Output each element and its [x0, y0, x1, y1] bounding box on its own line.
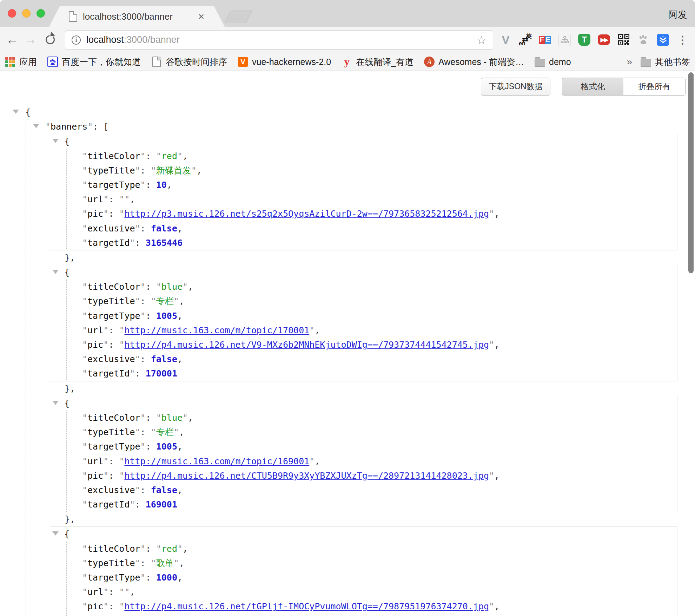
array-item-box: {"titleColor": "blue","typeTitle": "专栏",… — [50, 396, 677, 512]
collapse-triangle-icon[interactable] — [52, 531, 59, 536]
url-host: localhost — [86, 34, 124, 45]
profile-name[interactable]: 阿发 — [668, 8, 687, 21]
new-tab-button[interactable] — [224, 11, 252, 23]
tab-close-icon[interactable]: × — [198, 11, 204, 22]
json-field-line: "typeTitle": "专栏", — [67, 294, 677, 308]
page-icon — [151, 57, 162, 67]
vue-icon: V — [238, 57, 248, 67]
json-field-line: "exclusive": false, — [67, 483, 677, 497]
bookmark-label: 谷歌按时间排序 — [166, 56, 227, 68]
bookmark-label: 应用 — [19, 56, 37, 68]
json-object-close: }, — [46, 512, 695, 526]
translate-extension-icon[interactable]: 英en⇄ — [519, 34, 531, 46]
json-field-line: "titleColor": "blue", — [67, 411, 677, 425]
collapse-triangle-icon[interactable] — [52, 270, 59, 274]
bookmark-item[interactable]: Vvue-hackernews-2.0 — [238, 57, 331, 67]
close-window-button[interactable] — [8, 9, 16, 18]
json-field-line: "targetType": 10, — [67, 178, 677, 192]
reload-button[interactable] — [42, 32, 58, 48]
json-field-line: "pic": "http://p4.music.126.net/CTU5B9R9… — [67, 468, 677, 483]
page-actions: 下载JSON数据 格式化 折叠所有 — [0, 78, 695, 96]
browser-toolbar: ← → i localhost:3000/banner ☆ V英en⇄FET▶▶… — [0, 27, 695, 53]
format-button[interactable]: 格式化 — [562, 78, 624, 96]
t-shield-extension-icon[interactable]: T — [578, 34, 590, 46]
other-bookmarks-label: 其他书签 — [655, 56, 690, 68]
bookmark-label: Awesomes - 前端资… — [438, 56, 524, 68]
json-field-line: "typeTitle": "歌单", — [67, 556, 677, 570]
bookmark-item[interactable]: 应用 — [5, 56, 37, 68]
bookmark-label: vue-hackernews-2.0 — [252, 57, 331, 67]
bookmark-item[interactable]: demo — [535, 57, 571, 67]
forward-button[interactable]: → — [22, 32, 39, 48]
json-field-line: "typeTitle": "新碟首发", — [67, 163, 677, 178]
bookmark-label: demo — [549, 57, 571, 67]
bookmarks-bar: 应用百度一下，你就知道谷歌按时间排序Vvue-hackernews-2.0y在线… — [0, 53, 695, 71]
bookmarks-items: 应用百度一下，你就知道谷歌按时间排序Vvue-hackernews-2.0y在线… — [5, 56, 627, 68]
json-root-open: { — [0, 105, 695, 119]
json-url-link[interactable]: http://p4.music.126.net/CTU5B9R9y3XyYBZX… — [124, 471, 489, 481]
json-url-link[interactable]: http://p4.music.126.net/V9-MXz6b2MNhEKju… — [124, 340, 489, 350]
qr-code-extension-icon[interactable] — [617, 34, 630, 46]
bookmark-star-icon[interactable]: ☆ — [476, 33, 486, 47]
array-item-box: {"titleColor": "red","typeTitle": "新碟首发"… — [50, 134, 677, 250]
paw-extension-icon[interactable] — [637, 34, 649, 46]
json-field-line: "targetType": 1000, — [67, 570, 677, 585]
json-field-line: "typeTitle": "专栏", — [67, 425, 677, 439]
other-bookmarks-folder[interactable]: 其他书签 — [641, 56, 690, 68]
json-field-line: "url": "", — [67, 585, 677, 599]
youdao-icon: y — [342, 57, 352, 67]
json-field-line: "pic": "http://p3.music.126.net/s25q2x5Q… — [67, 207, 677, 221]
apps-grid-icon — [5, 57, 15, 67]
json-url-link[interactable]: http://music.163.com/m/topic/170001 — [124, 325, 309, 335]
folder-icon — [535, 57, 545, 67]
minimize-window-button[interactable] — [22, 9, 31, 18]
browser-menu-dots-icon[interactable]: ⋮ — [676, 34, 689, 46]
json-object-open: { — [50, 265, 677, 280]
json-field-line: "targetId": 170001 — [67, 366, 677, 381]
bookmark-item[interactable]: 百度一下，你就知道 — [47, 56, 141, 68]
tab-title: localhost:3000/banner — [83, 11, 193, 22]
fe-helper-extension-icon[interactable]: FE — [539, 34, 551, 46]
bookmark-item[interactable]: y在线翻译_有道 — [342, 56, 413, 68]
json-field-line: "exclusive": false — [67, 614, 677, 616]
json-field-line: "targetType": 1005, — [67, 439, 677, 454]
json-object-open: { — [50, 527, 677, 541]
tab-localhost[interactable]: localhost:3000/banner × — [49, 6, 225, 27]
bookmark-item[interactable]: AAwesomes - 前端资… — [424, 56, 524, 68]
bookmarks-overflow-chevron-icon[interactable]: » — [627, 56, 632, 67]
url-path: :3000/banner — [124, 34, 180, 45]
page-content: 下载JSON数据 格式化 折叠所有 {"banners": [{"titleCo… — [0, 71, 695, 616]
json-field-line: "pic": "http://p4.music.126.net/V9-MXz6b… — [67, 338, 677, 352]
json-field-line: "exclusive": false, — [67, 221, 677, 236]
bookmarks-right: » 其他书签 — [627, 56, 690, 68]
zoom-window-button[interactable] — [37, 9, 45, 18]
json-field-line: "targetId": 169001 — [67, 497, 677, 512]
awesomes-icon: A — [424, 57, 435, 67]
collapse-all-button[interactable]: 折叠所有 — [623, 78, 686, 96]
collapse-triangle-icon[interactable] — [52, 139, 59, 143]
fatkun-extension-icon[interactable] — [657, 34, 669, 46]
collapse-triangle-icon[interactable] — [13, 110, 19, 114]
page-scrollbar[interactable] — [688, 72, 694, 273]
back-button[interactable]: ← — [4, 32, 20, 48]
json-object-open: { — [50, 134, 677, 149]
sitemap-extension-icon[interactable] — [558, 34, 571, 46]
bookmark-label: 在线翻译_有道 — [356, 56, 413, 68]
bookmark-item[interactable]: 谷歌按时间排序 — [151, 56, 227, 68]
json-field-line: "titleColor": "red", — [67, 149, 677, 163]
address-bar[interactable]: i localhost:3000/banner ☆ — [65, 30, 493, 50]
json-field-line: "url": "", — [67, 192, 677, 207]
json-url-link[interactable]: http://music.163.com/m/topic/169001 — [124, 456, 309, 466]
url-text[interactable]: localhost:3000/banner — [86, 34, 472, 45]
page-info-icon[interactable]: i — [72, 35, 81, 45]
json-field-line: "targetId": 3165446 — [67, 236, 677, 250]
collapse-triangle-icon[interactable] — [33, 124, 39, 128]
json-object-close: }, — [46, 250, 695, 265]
vue-devtools-extension-icon[interactable]: V — [499, 34, 512, 46]
json-url-link[interactable]: http://p3.music.126.net/s25q2x5QyqsAzilC… — [124, 209, 489, 219]
download-json-button[interactable]: 下载JSON数据 — [481, 78, 550, 96]
json-object-open: { — [50, 396, 677, 411]
json-url-link[interactable]: http://p4.music.126.net/tGPljf-IMOCyPvum… — [124, 601, 489, 611]
collapse-triangle-icon[interactable] — [52, 401, 59, 405]
video-download-extension-icon[interactable]: ▶▶ — [598, 34, 610, 45]
